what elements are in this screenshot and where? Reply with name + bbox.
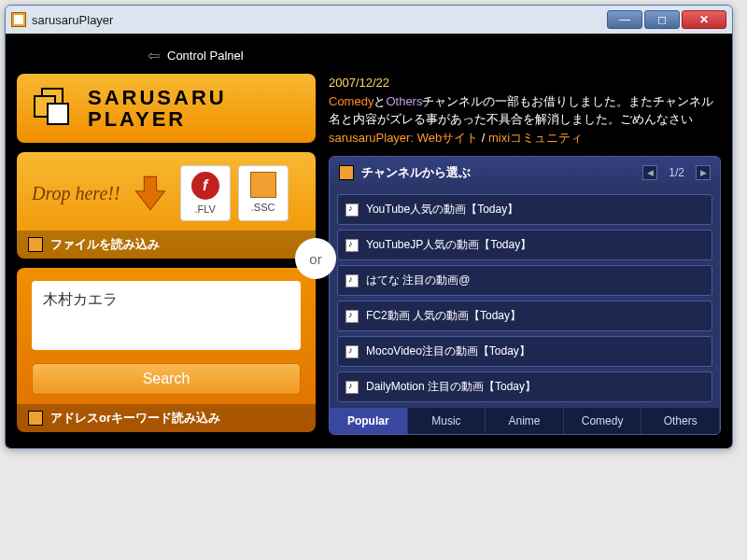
channel-label: DailyMotion 注目の動画【Today】 bbox=[366, 379, 536, 395]
news-link-website[interactable]: Webサイト bbox=[417, 131, 479, 145]
music-note-icon bbox=[345, 274, 359, 287]
channel-header-title: チャンネルから選ぶ bbox=[361, 164, 635, 181]
file-load-text: ファイルを読み込み bbox=[50, 236, 160, 253]
news-link-mixi[interactable]: mixiコミュニティ bbox=[488, 131, 583, 145]
channel-item[interactable]: YouTubeJP人気の動画【Today】 bbox=[337, 230, 712, 260]
search-button[interactable]: Search bbox=[32, 363, 301, 395]
news-links: sarusaruPlayer: Webサイト / mixiコミュニティ bbox=[329, 129, 721, 147]
logo-box: SARUSARU PLAYER bbox=[17, 74, 316, 143]
search-box: Search アドレスorキーワード読み込み bbox=[17, 268, 316, 432]
news-link-sep: / bbox=[478, 131, 488, 145]
page-prev-button[interactable]: ◀ bbox=[642, 165, 657, 180]
channel-item[interactable]: MocoVideo注目の動画【Today】 bbox=[337, 336, 712, 367]
channel-label: YouTube人気の動画【Today】 bbox=[366, 202, 518, 217]
main-layout: SARUSARU PLAYER Drop here!! f .FLV bbox=[17, 74, 721, 435]
window-title: sarusaruPlayer bbox=[32, 13, 607, 27]
news-date: 2007/12/22 bbox=[329, 74, 721, 92]
ssc-icon bbox=[250, 172, 276, 198]
news-mid: と bbox=[374, 94, 386, 108]
app-icon bbox=[11, 12, 26, 27]
music-note-icon bbox=[345, 239, 359, 252]
channel-header: チャンネルから選ぶ ◀ 1/2 ▶ bbox=[330, 157, 720, 189]
control-panel-link[interactable]: ⇦ Control Palnel bbox=[17, 41, 721, 74]
logo-text: SARUSARU PLAYER bbox=[88, 87, 227, 130]
news-hl-others: Others bbox=[386, 94, 422, 108]
category-tabs: Popular Music Anime Comedy Others bbox=[330, 408, 720, 434]
section-icon bbox=[28, 411, 43, 426]
news-hl-comedy: Comedy bbox=[329, 94, 374, 108]
channel-list: YouTube人気の動画【Today】 YouTubeJP人気の動画【Today… bbox=[330, 189, 720, 408]
flv-ext: .FLV bbox=[185, 203, 226, 215]
logo-icon bbox=[34, 88, 75, 129]
news-block: 2007/12/22 ComedyとOthersチャンネルの一部もお借りしました… bbox=[329, 74, 721, 147]
channel-item[interactable]: FC2動画 人気の動画【Today】 bbox=[337, 301, 712, 331]
page-indicator: 1/2 bbox=[669, 166, 684, 179]
music-note-icon bbox=[345, 203, 359, 217]
channel-label: FC2動画 人気の動画【Today】 bbox=[366, 308, 521, 324]
drop-top: Drop here!! f .FLV .SSC bbox=[32, 165, 301, 221]
file-load-section-label: ファイルを読み込み bbox=[17, 231, 316, 259]
channel-panel: チャンネルから選ぶ ◀ 1/2 ▶ YouTube人気の動画【Today】 Yo… bbox=[329, 156, 721, 435]
section-icon bbox=[28, 237, 43, 252]
channel-header-icon bbox=[339, 165, 354, 180]
control-panel-label: Control Palnel bbox=[167, 49, 244, 63]
search-section-text: アドレスorキーワード読み込み bbox=[50, 410, 220, 427]
tab-music[interactable]: Music bbox=[408, 408, 486, 434]
content-area: ⇦ Control Palnel SARUSARU PLAYER Drop he… bbox=[6, 34, 732, 448]
channel-item[interactable]: DailyMotion 注目の動画【Today】 bbox=[337, 371, 712, 402]
drop-box[interactable]: Drop here!! f .FLV .SSC bbox=[17, 152, 316, 259]
channel-item[interactable]: はてな 注目の動画@ bbox=[337, 265, 712, 296]
tab-others[interactable]: Others bbox=[641, 408, 720, 434]
or-badge: or bbox=[295, 238, 336, 279]
music-note-icon bbox=[345, 381, 359, 394]
logo-line1: SARUSARU bbox=[88, 87, 227, 108]
minimize-button[interactable]: — bbox=[607, 10, 642, 29]
channel-label: MocoVideo注目の動画【Today】 bbox=[366, 343, 530, 359]
ssc-ext: .SSC bbox=[243, 202, 284, 213]
music-note-icon bbox=[345, 345, 359, 358]
left-column: SARUSARU PLAYER Drop here!! f .FLV bbox=[17, 74, 316, 435]
right-column: 2007/12/22 ComedyとOthersチャンネルの一部もお借りしました… bbox=[329, 74, 721, 435]
window-buttons: — ◻ ✕ bbox=[607, 10, 726, 29]
app-window: sarusaruPlayer — ◻ ✕ ⇦ Control Palnel SA… bbox=[5, 5, 733, 449]
search-input[interactable] bbox=[32, 281, 301, 350]
drop-here-label: Drop here!! bbox=[32, 185, 120, 202]
file-type-icons: f .FLV .SSC bbox=[180, 165, 289, 221]
flash-icon: f bbox=[191, 172, 219, 200]
tab-popular[interactable]: Popular bbox=[330, 408, 408, 434]
tab-comedy[interactable]: Comedy bbox=[564, 408, 642, 434]
search-section-label: アドレスorキーワード読み込み bbox=[17, 404, 316, 432]
channel-item[interactable]: YouTube人気の動画【Today】 bbox=[337, 194, 712, 225]
logo-line2: PLAYER bbox=[88, 108, 227, 130]
flv-file-icon: f .FLV bbox=[180, 165, 231, 221]
news-body: ComedyとOthersチャンネルの一部もお借りしました。またチャンネル名と内… bbox=[329, 92, 721, 129]
page-next-button[interactable]: ▶ bbox=[696, 165, 711, 180]
titlebar[interactable]: sarusaruPlayer — ◻ ✕ bbox=[6, 6, 732, 34]
arrow-down-icon bbox=[130, 173, 171, 214]
ssc-file-icon: .SSC bbox=[238, 165, 289, 221]
channel-label: はてな 注目の動画@ bbox=[366, 273, 471, 288]
back-arrow-icon: ⇦ bbox=[148, 47, 160, 64]
music-note-icon bbox=[345, 310, 359, 323]
channel-label: YouTubeJP人気の動画【Today】 bbox=[366, 237, 531, 253]
news-link-prefix: sarusaruPlayer: bbox=[329, 131, 414, 145]
maximize-button[interactable]: ◻ bbox=[644, 10, 680, 29]
tab-anime[interactable]: Anime bbox=[486, 408, 564, 434]
close-button[interactable]: ✕ bbox=[682, 10, 726, 29]
